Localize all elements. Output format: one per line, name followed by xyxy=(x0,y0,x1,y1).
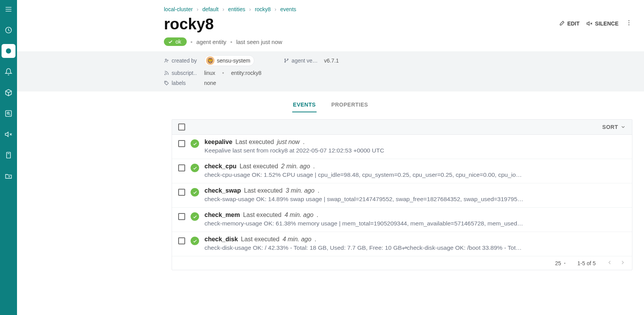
event-desc: check-swap-usage OK: 14.89% swap usage |… xyxy=(204,196,626,203)
event-name: check_swap xyxy=(204,187,241,194)
ok-status-icon xyxy=(191,139,199,148)
exec-time: 4 min. ago xyxy=(283,236,312,243)
subscriptions-key: subscript… xyxy=(164,70,197,76)
meta-block: created by 🦁 sensu-system agent ve… v6.7… xyxy=(17,51,644,91)
chevron-right-icon xyxy=(620,259,626,266)
svg-point-3 xyxy=(7,112,9,114)
crumb-default[interactable]: default xyxy=(202,6,218,12)
svg-rect-4 xyxy=(7,152,10,158)
panel-head: SORT xyxy=(172,120,632,135)
svg-point-5 xyxy=(629,20,629,21)
nav-mute-icon[interactable] xyxy=(2,127,15,141)
ok-status-icon xyxy=(191,237,199,245)
agent-version-key: agent ve… xyxy=(284,58,317,64)
labels-value: none xyxy=(204,80,216,86)
svg-point-7 xyxy=(629,24,629,25)
subscription-entity: entity:rocky8 xyxy=(231,70,262,76)
nav-folder-icon[interactable] xyxy=(2,169,15,183)
edit-button[interactable]: EDIT xyxy=(559,20,579,27)
status-row: ok • agent entity • last seen just now xyxy=(164,37,644,46)
nav-dashboard-icon[interactable] xyxy=(2,23,15,37)
row-checkbox[interactable] xyxy=(178,189,185,196)
exec-prefix: Last executed xyxy=(235,139,274,146)
panel-foot: 25 1-5 of 5 xyxy=(172,256,632,270)
main: local-cluster› default› entities› rocky8… xyxy=(17,0,644,315)
agent-version-value: v6.7.1 xyxy=(324,58,339,64)
event-row[interactable]: check_mem Last executed 4 min. ago. chec… xyxy=(172,208,632,232)
nav-docs-icon[interactable] xyxy=(2,148,15,162)
event-desc: Keepalive last sent from rocky8 at 2022-… xyxy=(204,147,626,154)
event-name: keepalive xyxy=(204,139,232,146)
nav-entities-icon[interactable] xyxy=(2,44,15,58)
event-desc: check-memory-usage OK: 61.38% memory usa… xyxy=(204,220,626,227)
per-page-select[interactable]: 25 xyxy=(555,260,567,266)
exec-prefix: Last executed xyxy=(244,187,283,194)
exec-time: 2 min. ago xyxy=(281,163,310,170)
last-seen: last seen just now xyxy=(236,39,282,45)
tag-icon xyxy=(164,80,169,86)
svg-point-9 xyxy=(285,59,286,59)
svg-point-13 xyxy=(165,82,166,82)
crumb-rocky8[interactable]: rocky8 xyxy=(255,6,271,12)
event-name: check_disk xyxy=(204,236,238,243)
ok-status-icon xyxy=(191,188,199,196)
exec-prefix: Last executed xyxy=(243,212,282,218)
tabs: EVENTS PROPERTIES xyxy=(17,98,644,112)
prev-page-button[interactable] xyxy=(607,259,613,267)
event-desc: check-cpu-usage OK: 1.52% CPU usage | cp… xyxy=(204,171,626,178)
chevron-down-icon xyxy=(620,124,626,130)
user-icon xyxy=(164,58,169,63)
svg-point-10 xyxy=(285,61,286,62)
svg-rect-2 xyxy=(6,111,12,117)
exec-prefix: Last executed xyxy=(240,163,278,170)
svg-point-12 xyxy=(165,74,165,75)
ok-status-icon xyxy=(191,164,199,172)
event-row[interactable]: check_cpu Last executed 2 min. ago. chec… xyxy=(172,159,632,183)
row-checkbox[interactable] xyxy=(178,164,185,171)
row-checkbox[interactable] xyxy=(178,140,185,147)
created-by-key: created by xyxy=(164,58,197,64)
event-row[interactable]: check_swap Last executed 3 min. ago. che… xyxy=(172,183,632,208)
tab-properties[interactable]: PROPERTIES xyxy=(331,98,369,112)
row-checkbox[interactable] xyxy=(178,213,185,220)
tab-events[interactable]: EVENTS xyxy=(292,98,317,112)
event-name: check_cpu xyxy=(204,163,237,170)
nav-alerts-icon[interactable] xyxy=(2,65,15,79)
crumb-entities[interactable]: entities xyxy=(228,6,245,12)
silence-label: SILENCE xyxy=(595,20,618,27)
ok-status-icon xyxy=(191,212,199,221)
page-title: rocky8 xyxy=(164,15,214,33)
next-page-button[interactable] xyxy=(620,259,626,267)
rss-icon xyxy=(164,70,169,76)
nav-search-icon[interactable] xyxy=(2,107,15,120)
row-checkbox[interactable] xyxy=(178,237,185,244)
created-by-chip[interactable]: 🦁 sensu-system xyxy=(204,55,254,66)
pagination-range: 1-5 of 5 xyxy=(578,260,596,266)
more-menu-icon[interactable] xyxy=(625,19,632,27)
subscription-linux: linux xyxy=(204,70,215,76)
crumb-events[interactable]: events xyxy=(280,6,296,12)
event-desc: check-disk-usage OK: / 42.33% - Total: 1… xyxy=(204,244,626,251)
status-badge: ok xyxy=(164,37,187,46)
exec-prefix: Last executed xyxy=(241,236,279,243)
branch-icon xyxy=(284,58,289,63)
svg-point-1 xyxy=(6,48,11,53)
silence-button[interactable]: SILENCE xyxy=(586,20,618,27)
crumb-local-cluster[interactable]: local-cluster xyxy=(164,6,193,12)
lion-avatar-icon: 🦁 xyxy=(206,56,215,65)
menu-icon[interactable] xyxy=(2,2,15,16)
exec-time: 3 min. ago xyxy=(286,187,315,194)
sort-button[interactable]: SORT xyxy=(602,124,626,130)
sidebar xyxy=(0,0,17,315)
event-row[interactable]: keepalive Last executed just now. Keepal… xyxy=(172,135,632,159)
labels-key: labels xyxy=(164,80,197,86)
nav-cube-icon[interactable] xyxy=(2,86,15,100)
chevron-left-icon xyxy=(607,259,613,266)
check-icon xyxy=(168,39,173,44)
event-row[interactable]: check_disk Last executed 4 min. ago. che… xyxy=(172,232,632,256)
exec-time: 4 min. ago xyxy=(285,212,313,218)
event-name: check_mem xyxy=(204,212,240,218)
exec-time: just now xyxy=(277,139,300,146)
select-all-checkbox[interactable] xyxy=(178,124,185,130)
caret-down-icon xyxy=(563,261,567,265)
